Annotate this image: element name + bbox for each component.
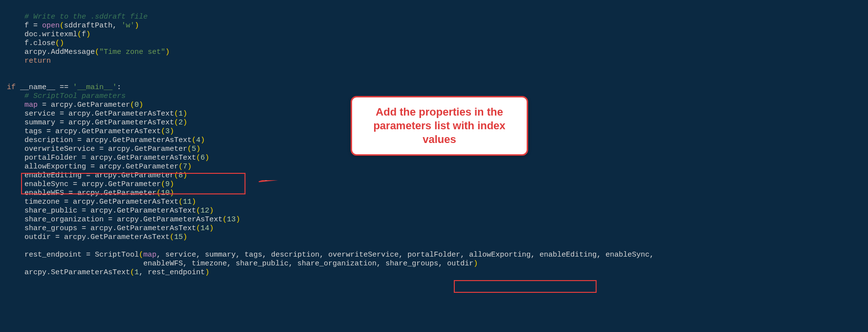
code-line: enableEditing = arcpy.GetParameter(8) <box>7 171 187 180</box>
comment: # ScriptTool parameters <box>24 92 126 100</box>
code-line: share_groups = arcpy.GetParameterAsText(… <box>7 224 214 233</box>
code-line <box>7 242 11 250</box>
code-line <box>7 74 11 83</box>
comment: # Write to the .sddraft file <box>24 13 148 21</box>
code-line: outdir = arcpy.GetParameterAsText(15) <box>7 233 187 241</box>
code-line: return <box>7 57 51 65</box>
code-line: share_public = arcpy.GetParameterAsText(… <box>7 207 214 215</box>
code-line: arcpy.SetParameterAsText(1, rest_endpoin… <box>7 268 209 277</box>
code-line: share_organization = arcpy.GetParameterA… <box>7 215 240 224</box>
code-line: description = arcpy.GetParameterAsText(4… <box>7 136 205 144</box>
code-line: allowExporting = arcpy.GetParameter(7) <box>7 163 192 171</box>
highlight-box-args <box>454 280 597 293</box>
code-line: enableSync = arcpy.GetParameter(9) <box>7 180 174 189</box>
code-line <box>7 66 11 74</box>
code-line: enableWFS, timezone, share_public, share… <box>7 260 478 268</box>
code-line: rest_endpoint = ScriptTool(map, service,… <box>7 251 654 259</box>
code-line: # Write to the .sddraft file <box>7 13 148 21</box>
code-line: enableWFS = arcpy.GetParameter(10) <box>7 189 174 197</box>
code-line: arcpy.AddMessage("Time zone set") <box>7 48 170 56</box>
code-line: f = open(sddraftPath, 'w') <box>7 22 139 30</box>
code-line: overwriteService = arcpy.GetParameter(5) <box>7 145 200 153</box>
callout-text: Add the properties in the parameters lis… <box>373 106 505 145</box>
code-line: # ScriptTool parameters <box>7 92 126 100</box>
code-line: service = arcpy.GetParameterAsText(1) <box>7 110 187 118</box>
code-line: f.close() <box>7 39 64 47</box>
code-line: summary = arcpy.GetParameterAsText(2) <box>7 119 187 127</box>
code-line: timezone = arcpy.GetParameterAsText(11) <box>7 198 196 206</box>
code-line: doc.writexml(f) <box>7 30 90 39</box>
code-line: map = arcpy.GetParameter(0) <box>7 101 143 109</box>
code-line: tags = arcpy.GetParameterAsText(3) <box>7 127 174 136</box>
code-line: portalFolder = arcpy.GetParameterAsText(… <box>7 154 209 162</box>
code-line: if __name__ == '__main__': <box>7 83 121 92</box>
annotation-callout: Add the properties in the parameters lis… <box>351 96 528 156</box>
